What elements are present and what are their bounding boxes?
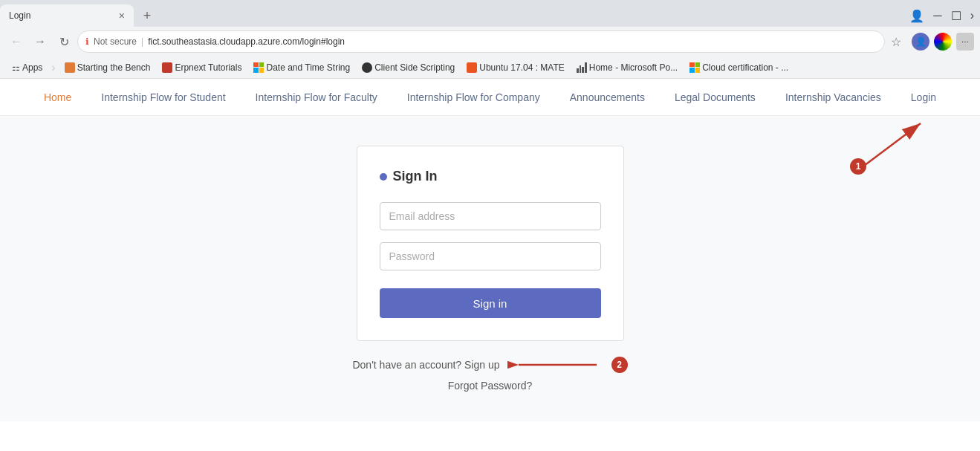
ubuntu-label: Ubuntu 17.04 : MATE [479,62,565,73]
bookmark-date-time[interactable]: Date and Time String [249,61,354,74]
extension-icon[interactable]: ⋯ [956,33,974,51]
main-navigation: Home Internship Flow for Student Interns… [0,79,980,116]
home-ms-label: Home - Microsoft Po... [589,62,678,73]
apps-label: ⚏ [12,62,20,73]
browser-extension-icons: 👤 ⋯ [907,33,974,51]
signin-title: Sign In [380,169,601,184]
erpnext-label: Erpnext Tutorials [175,62,241,73]
bookmark-client-side[interactable]: Client Side Scripting [357,61,459,74]
not-secure-label: Not secure [94,36,137,47]
date-time-label: Date and Time String [266,62,350,73]
nav-legal-docs[interactable]: Legal Documents [660,91,770,103]
browser-chrome: Login × + 👤 ─ ☐ › ← → ↻ ℹ Not secure | f… [0,0,980,79]
nav-announcements[interactable]: Announcements [555,91,660,103]
bookmark-home-ms[interactable]: Home - Microsoft Po... [572,61,682,74]
close-window-button[interactable]: › [970,9,974,22]
github-favicon [362,62,372,73]
user-icon[interactable]: 👤 [909,9,924,23]
nav-home[interactable]: Home [29,91,86,103]
bookmarks-bar: ⚏ Apps › Starting the Bench Erpnext Tuto… [0,56,980,79]
tab-title: Login [9,10,113,21]
forgot-password-link[interactable]: Forgot Password? [448,380,533,392]
email-input[interactable] [380,202,601,230]
main-area: 1 Sign In Sign in Don't have an account?… [0,116,980,421]
svg-line-1 [861,123,921,168]
ms2-favicon [689,62,700,73]
signup-link[interactable]: Don't have an account? Sign up [352,359,499,371]
security-icon: ℹ [85,36,89,47]
bar-favicon [577,62,587,73]
annotation-number-2: 2 [611,357,628,373]
address-bar[interactable]: ℹ Not secure | fict.southeastasia.clouda… [77,30,885,53]
email-group [380,202,601,230]
erpnext-favicon [162,62,172,73]
nav-faculty-flow[interactable]: Internship Flow for Faculty [241,91,392,103]
page-content: Home Internship Flow for Student Interns… [0,79,980,451]
signin-button[interactable]: Sign in [380,288,601,318]
nav-login[interactable]: Login [896,91,951,103]
tab-close-button[interactable]: × [119,10,125,21]
bookmark-star-button[interactable]: ☆ [888,35,904,49]
apps-text: Apps [22,62,42,73]
toolbar: ← → ↻ ℹ Not secure | fict.southeastasia.… [0,27,980,56]
nav-company-flow[interactable]: Internship Flow for Company [392,91,555,103]
annotation-number-1: 1 [850,158,866,175]
separator: | [141,36,143,47]
bookmark-divider: › [51,61,55,74]
new-tab-button[interactable]: + [137,5,158,26]
below-card: Don't have an account? Sign up 2 Forgot … [352,356,627,392]
ubuntu-favicon [467,62,477,73]
ms-favicon [253,62,264,73]
bookmark-erpnext[interactable]: Erpnext Tutorials [158,61,246,74]
starting-bench-favicon [65,62,75,73]
back-button[interactable]: ← [6,31,27,52]
bookmark-ubuntu[interactable]: Ubuntu 17.04 : MATE [462,61,569,74]
reload-button[interactable]: ↻ [53,31,74,52]
nav-student-flow[interactable]: Internship Flow for Student [86,91,240,103]
password-group [380,242,601,270]
starting-bench-label: Starting the Bench [77,62,151,73]
bookmark-starting-bench[interactable]: Starting the Bench [60,61,155,74]
signin-card: Sign In Sign in [357,146,624,341]
window-controls: 👤 ─ ☐ › [909,9,980,23]
annotation-2-arrow [507,356,604,374]
forward-button[interactable]: → [30,31,51,52]
tab-bar: Login × + 👤 ─ ☐ › [0,0,980,27]
profile-icon[interactable]: 👤 [912,33,929,51]
client-side-label: Client Side Scripting [374,62,455,73]
annotation-1: 1 [846,116,935,178]
active-tab[interactable]: Login × [0,4,134,27]
bookmark-apps[interactable]: ⚏ Apps [7,61,47,74]
color-icon[interactable] [934,33,952,51]
bookmark-cloud-cert[interactable]: Cloud certification - ... [685,61,793,74]
maximize-button[interactable]: ☐ [951,9,961,23]
cloud-cert-label: Cloud certification - ... [702,62,788,73]
minimize-button[interactable]: ─ [933,9,941,22]
signin-dot [380,173,387,181]
password-input[interactable] [380,242,601,270]
nav-vacancies[interactable]: Internship Vacancies [770,91,896,103]
url-text: fict.southeastasia.cloudapp.azure.com/lo… [148,36,877,47]
signin-title-text: Sign In [393,169,438,184]
